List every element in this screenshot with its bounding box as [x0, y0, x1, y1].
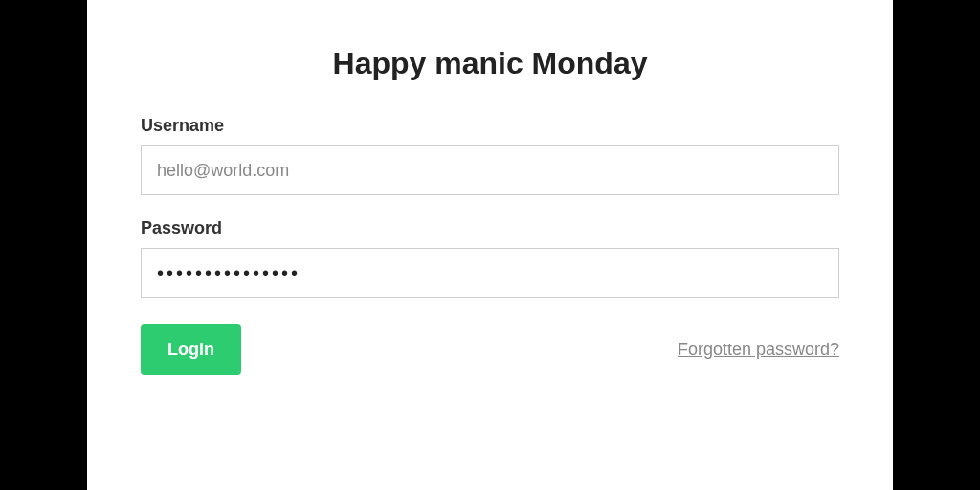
- username-field: Username: [141, 116, 839, 195]
- username-label: Username: [141, 116, 839, 136]
- login-card: Happy manic Monday Username Password Log…: [87, 0, 893, 490]
- login-button[interactable]: Login: [141, 324, 241, 375]
- password-field: Password: [141, 218, 839, 298]
- password-input[interactable]: [141, 248, 839, 298]
- username-input[interactable]: [141, 145, 839, 195]
- password-label: Password: [141, 218, 839, 238]
- form-actions: Login Forgotten password?: [141, 324, 839, 375]
- page-title: Happy manic Monday: [141, 46, 839, 81]
- forgot-password-link[interactable]: Forgotten password?: [678, 340, 839, 360]
